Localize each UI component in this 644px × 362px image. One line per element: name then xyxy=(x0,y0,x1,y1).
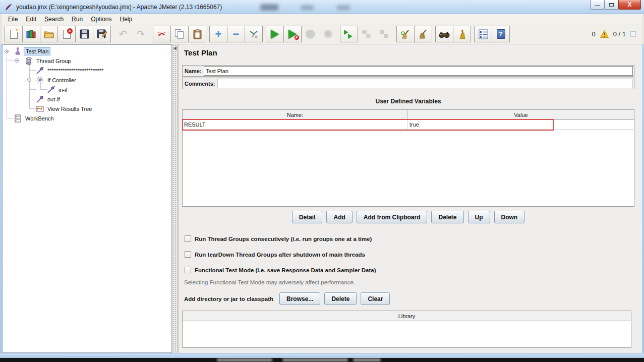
tree-node-if-controller[interactable]: If Controller xyxy=(36,76,78,84)
library-header[interactable]: Library xyxy=(183,311,631,321)
comments-input[interactable] xyxy=(217,79,633,88)
menu-bar: File Edit Search Run Options Help xyxy=(2,14,642,24)
help-button[interactable]: ? xyxy=(492,26,510,42)
remote-start-all-icon xyxy=(344,30,354,39)
add-from-clipboard-button[interactable]: Add from Clipboard xyxy=(357,211,428,223)
menu-search[interactable]: Search xyxy=(40,15,68,24)
name-input[interactable]: Test Plan xyxy=(204,66,633,76)
expand-handle-thread-group[interactable] xyxy=(15,58,19,63)
expand-handle-test-plan[interactable] xyxy=(5,49,9,53)
save-as-button[interactable] xyxy=(93,26,111,42)
search-reset-button[interactable] xyxy=(453,26,471,42)
jmeter-logo-icon xyxy=(5,3,14,11)
tree-node-sampler-asterisks[interactable]: ************************** xyxy=(36,66,105,75)
udv-col-header-name[interactable]: Name: xyxy=(183,110,408,119)
run-teardown-checkbox[interactable] xyxy=(185,251,191,258)
classpath-clear-button[interactable]: Clear xyxy=(361,292,390,305)
copy-button[interactable] xyxy=(170,26,189,42)
tree-node-test-plan[interactable]: Test Plan xyxy=(14,47,50,55)
cut-button[interactable]: ✂ xyxy=(153,26,171,42)
paste-icon xyxy=(193,29,202,39)
sampler-icon xyxy=(36,67,44,75)
window-title: youdao.jmx (E:\xingnengceshi\youdao.jmx)… xyxy=(16,4,222,11)
splitter-collapse-icon[interactable] xyxy=(173,46,177,50)
tree-node-view-results-tree[interactable]: View Results Tree xyxy=(36,104,93,113)
remote-shutdown-all-icon xyxy=(379,30,389,39)
remote-stop-all-button xyxy=(358,26,376,42)
menu-options[interactable]: Options xyxy=(87,15,115,24)
open-file-button[interactable] xyxy=(40,26,58,42)
remote-start-all-button[interactable] xyxy=(340,26,358,42)
function-helper-button[interactable] xyxy=(474,26,492,42)
minimize-button[interactable]: — xyxy=(590,0,605,10)
menu-file[interactable]: File xyxy=(4,15,22,24)
close-file-button[interactable]: ✕ xyxy=(57,26,76,42)
minus-icon: − xyxy=(233,29,240,39)
udv-col-header-value[interactable]: Value xyxy=(408,110,634,119)
stop-icon xyxy=(306,30,315,39)
start-button[interactable] xyxy=(266,26,284,42)
menu-help[interactable]: Help xyxy=(116,15,137,24)
redacted-titlebar-item xyxy=(301,5,314,10)
title-bar[interactable]: youdao.jmx (E:\xingnengceshi\youdao.jmx)… xyxy=(0,0,644,14)
tree-node-workbench[interactable]: WorkBench xyxy=(14,114,55,123)
panel-splitter[interactable] xyxy=(172,44,178,353)
clear-all-button[interactable] xyxy=(414,26,432,42)
search-button[interactable] xyxy=(435,26,453,42)
thread-indicator-box xyxy=(630,31,636,37)
tree-node-in-if[interactable]: in-if xyxy=(47,85,69,94)
up-button[interactable]: Up xyxy=(468,211,490,223)
window-border-right xyxy=(642,44,644,354)
test-plan-tree: Test Plan Thread Group *****************… xyxy=(2,44,172,353)
toggle-button[interactable] xyxy=(245,26,263,42)
save-button[interactable] xyxy=(75,26,93,42)
menu-run[interactable]: Run xyxy=(68,15,87,24)
start-icon xyxy=(271,30,279,39)
window-border-bottom xyxy=(0,353,644,358)
expand-handle-if-controller[interactable] xyxy=(27,78,31,82)
down-button[interactable]: Down xyxy=(494,211,525,223)
help-icon: ? xyxy=(497,29,505,39)
add-element-button[interactable]: + xyxy=(209,26,227,42)
run-teardown-row: Run tearDown Thread Groups after shutdow… xyxy=(185,251,365,258)
if-controller-icon xyxy=(36,76,44,84)
functional-mode-note: Selecting Functional Test Mode may adver… xyxy=(184,279,355,285)
page-title: Test Plan xyxy=(184,48,217,57)
udv-cell-value: true xyxy=(408,120,634,129)
udv-row[interactable]: RESULT true xyxy=(183,120,634,130)
warning-icon[interactable] xyxy=(600,30,609,38)
paste-button[interactable] xyxy=(188,26,206,42)
functional-mode-checkbox[interactable] xyxy=(185,267,191,273)
delete-button[interactable]: Delete xyxy=(431,211,463,223)
browse-button[interactable]: Browse... xyxy=(279,292,320,305)
shutdown-button: ✕ xyxy=(319,26,337,42)
maximize-button[interactable] xyxy=(604,0,619,10)
udv-table: Name: Value RESULT true xyxy=(182,109,634,207)
templates-button[interactable] xyxy=(22,26,40,42)
clear-all-broom-icon xyxy=(418,29,428,39)
tree-node-thread-group[interactable]: Thread Group xyxy=(25,56,72,65)
remove-element-button[interactable]: − xyxy=(227,26,245,42)
tree-node-out-if[interactable]: out-if xyxy=(36,95,61,103)
menu-edit[interactable]: Edit xyxy=(22,15,40,24)
toggle-arrows-icon xyxy=(249,30,259,39)
classpath-row: Add directory or jar to classpath Browse… xyxy=(184,292,390,305)
detail-button[interactable]: Detail xyxy=(292,211,323,223)
functional-mode-row: Functional Test Mode (i.e. save Response… xyxy=(185,267,376,273)
close-button[interactable]: X xyxy=(618,0,641,10)
undo-icon: ↶ xyxy=(119,29,127,39)
new-file-icon: ✦ xyxy=(10,30,18,39)
start-no-timers-button[interactable] xyxy=(283,26,302,42)
add-button[interactable]: Add xyxy=(326,211,352,223)
search-reset-brush-icon xyxy=(457,29,466,39)
new-file-button[interactable]: ✦ xyxy=(5,26,23,42)
comments-label: Comments: xyxy=(183,81,217,87)
library-table: Library xyxy=(182,311,631,348)
classpath-label: Add directory or jar to classpath xyxy=(184,296,273,302)
classpath-delete-button[interactable]: Delete xyxy=(324,292,357,305)
functional-mode-label: Functional Test Mode (i.e. save Response… xyxy=(195,267,376,273)
view-results-tree-icon xyxy=(36,105,44,113)
clear-button[interactable] xyxy=(396,26,415,42)
comments-row: Comments: xyxy=(182,78,634,89)
run-consecutive-checkbox[interactable] xyxy=(185,235,191,242)
